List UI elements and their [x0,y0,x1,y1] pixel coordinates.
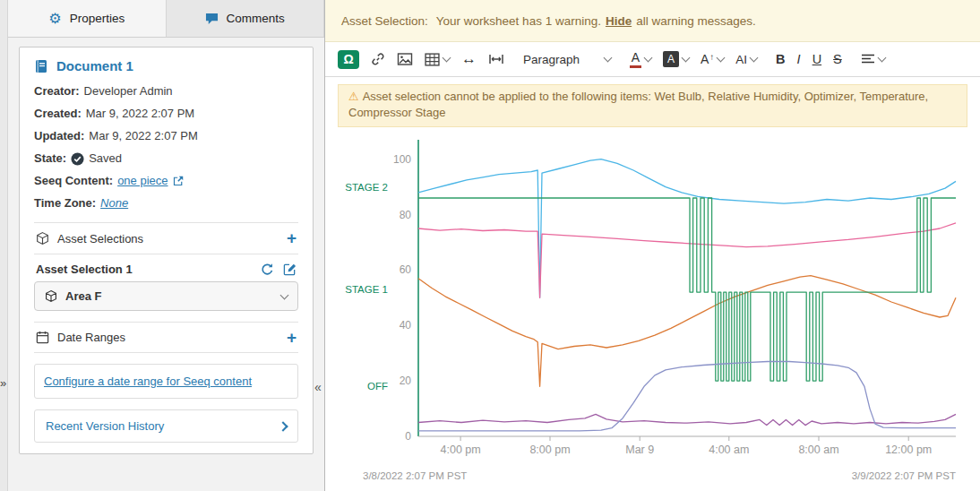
tab-properties-label: Properties [70,12,125,25]
table-icon [425,53,440,66]
link-icon [371,52,385,66]
lane-label: STAGE 1 [345,284,388,295]
edit-asset-selection-button[interactable] [283,263,297,276]
left-expand-strip[interactable]: » [0,0,8,491]
chevron-down-icon [644,54,653,63]
creator-value: Developer Admin [84,83,173,99]
y-tick-label: 20 [400,375,412,387]
external-link-icon [173,176,184,186]
series-blue-line [418,159,956,298]
chevron-down-icon [717,54,726,63]
warning-bar-suffix: all warning messages. [636,14,756,28]
insert-table-button[interactable] [423,50,451,69]
lane-label: OFF [367,382,388,392]
tab-comments-label: Comments [227,12,285,25]
configure-date-range-box: Configure a date range for Seeq content [34,364,298,399]
date-range-label-button[interactable] [486,50,506,68]
bold-button[interactable]: B [774,49,787,69]
chevron-down-icon [280,290,289,299]
highlight-icon: A [663,51,679,67]
add-asset-selection-button[interactable]: + [287,232,297,245]
collapse-left-panel-handle[interactable]: « [314,380,322,394]
state-label: State: [34,151,66,167]
warning-triangle-icon: ⚠ [348,90,359,103]
cube-icon [45,289,57,303]
insert-image-button[interactable] [395,49,415,69]
seeq-content-link[interactable]: one piece [117,173,168,189]
asset-selection-dropdown-value: Area F [65,289,101,303]
text-color-icon: A [630,51,641,68]
warning-bar-text: Your worksheet has 1 warning. [436,14,601,28]
chevron-down-icon [604,54,613,63]
y-tick-label: 60 [400,264,412,277]
asset-selection-name: Asset Selection 1 [36,263,133,276]
x-tick-label: 8:00 am [798,444,838,456]
range-arrows-icon [488,53,504,65]
x-tick-label: 8:00 pm [529,444,570,456]
add-date-range-button[interactable]: + [287,332,297,344]
strikethrough-button[interactable]: S [831,49,844,69]
app-window: » ⚙ Properties Comments Documen [0,0,980,491]
calendar-icon [36,331,49,344]
insert-link-button[interactable] [369,49,387,69]
warning-bar-label: Asset Selection: [341,14,428,28]
timezone-link[interactable]: None [100,195,128,211]
document-icon [34,59,48,73]
asset-selection-dropdown[interactable]: Area F [34,281,298,311]
date-ranges-section: Date Ranges + [34,322,298,353]
tab-properties[interactable]: ⚙ Properties [8,0,167,37]
x-tick-label: 4:00 am [709,444,749,456]
chevron-right-icon [278,421,288,431]
font-size-icon: A↑ [701,52,714,66]
chevron-down-icon [443,54,451,63]
underline-button[interactable]: U [811,49,823,69]
series-pink-line [418,223,956,297]
italic-button[interactable]: I [795,49,803,69]
x-tick-label: 12:00 pm [885,444,932,456]
expand-panel-handle[interactable]: » [0,376,6,390]
x-tick-label: Mar 9 [625,444,654,456]
creator-row: Creator: Developer Admin [34,83,298,99]
state-value: Saved [89,151,122,167]
worksheet-panel: Asset Selection: Your worksheet has 1 wa… [324,0,980,491]
date-ranges-label: Date Ranges [57,331,125,344]
timezone-row: Time Zone: None [34,195,298,211]
properties-card: Document 1 Creator: Developer Admin Crea… [19,47,314,454]
trend-chart-container[interactable]: 020406080100STAGE 2STAGE 1OFF4:00 pm8:00… [338,133,967,491]
align-button[interactable] [859,51,887,67]
created-label: Created: [34,106,82,122]
seeq-content-row: Seeq Content: one piece [34,173,298,189]
y-tick-label: 100 [393,153,411,166]
tab-comments[interactable]: Comments [167,0,325,37]
y-tick-label: 40 [400,320,412,332]
double-arrow-icon: ↔ [461,50,477,68]
chevron-down-icon [682,54,691,63]
y-tick-label: 0 [405,430,411,443]
letter-case-icon: AI [735,53,747,66]
highlight-color-button[interactable]: A [661,48,691,70]
properties-panel: ⚙ Properties Comments Document 1 [8,0,324,491]
configure-date-range-link[interactable]: Configure a date range for Seeq content [44,375,252,388]
text-color-button[interactable]: A [628,48,653,71]
trend-chart[interactable]: 020406080100STAGE 2STAGE 1OFF4:00 pm8:00… [338,133,967,484]
paragraph-style-dropdown[interactable]: Paragraph [521,50,613,69]
font-size-button[interactable]: A↑ [699,49,726,69]
series-slate-line [418,362,956,431]
panel-tabbar: ⚙ Properties Comments [8,0,324,38]
document-title-row: Document 1 [34,58,298,73]
insert-seeq-content-button[interactable]: Ω [336,47,361,72]
content-warning: ⚠Asset selection cannot be applied to th… [338,84,967,127]
chevron-down-icon [750,54,759,63]
editor-toolbar: Ω ↔ [325,42,980,77]
updated-label: Updated: [34,128,84,144]
cube-icon [36,231,49,246]
version-history-button[interactable]: Recent Version History [34,409,298,443]
refresh-asset-selection-button[interactable] [261,263,274,276]
letter-case-button[interactable]: AI [734,50,759,69]
asset-selection-row: Asset Selection 1 [34,254,298,281]
align-icon [861,54,875,65]
paragraph-style-value: Paragraph [523,53,580,66]
hide-warnings-link[interactable]: Hide [606,14,632,28]
horizontal-arrow-button[interactable]: ↔ [460,47,478,71]
range-end-label: 3/9/2022 2:07 PM PST [852,470,956,481]
